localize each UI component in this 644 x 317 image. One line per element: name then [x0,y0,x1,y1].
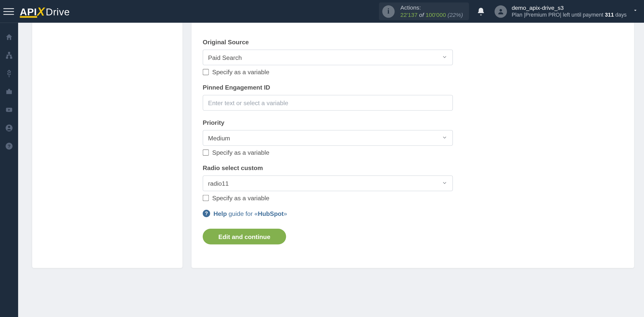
sidebar: ? [0,23,18,317]
user-menu[interactable]: demo_apix-drive_s3 Plan |Premium PRO| le… [494,4,639,18]
actions-counter[interactable]: i Actions: 22'137 of 100'000 (22%) [379,3,469,20]
logo-x-icon: X [37,5,45,19]
briefcase-icon[interactable] [5,87,14,96]
checkbox-priority-variable[interactable]: Specify as a variable [203,149,453,156]
select-priority[interactable]: Medium [203,130,453,146]
select-original-source[interactable]: Paid Search [203,50,453,65]
help-guide-link[interactable]: ? Help guide for «HubSpot» [203,210,453,217]
label-priority: Priority [203,119,453,126]
right-panel: Original Source Paid Search Specify as a… [191,23,634,268]
chevron-down-icon [442,134,448,141]
checkbox-original-source-variable[interactable]: Specify as a variable [203,68,453,75]
checkbox-input-radio[interactable] [203,195,209,201]
dollar-icon[interactable] [5,69,14,78]
checkbox-input-original-source[interactable] [203,69,209,75]
checkbox-radio-variable[interactable]: Specify as a variable [203,194,453,202]
edit-and-continue-button[interactable]: Edit and continue [203,229,286,244]
logo-drive: Drive [46,6,70,18]
chevron-down-icon [442,54,448,61]
help-icon[interactable]: ? [5,142,14,151]
youtube-icon[interactable] [5,105,14,114]
chevron-down-icon [442,180,448,187]
logo[interactable]: APIXDrive [20,5,70,18]
label-pinned: Pinned Engagement ID [203,84,453,91]
left-panel [32,23,182,268]
actions-label: Actions: [400,4,463,11]
home-icon[interactable] [5,33,14,42]
user-text: demo_apix-drive_s3 Plan |Premium PRO| le… [512,4,627,18]
actions-used: 22'137 [400,11,417,18]
plan-name: Premium PRO [525,12,560,18]
svg-point-0 [499,9,502,11]
field-priority: Priority Medium Specify as a variable [203,119,453,156]
actions-total: 100'000 [426,11,446,18]
svg-text:?: ? [8,144,11,149]
select-radio-custom[interactable]: radio11 [203,175,453,191]
checkbox-label-original-source: Specify as a variable [212,68,269,75]
help-bold: Help [213,210,227,217]
user-icon[interactable] [5,124,14,133]
checkbox-label-priority: Specify as a variable [212,149,269,156]
checkbox-label-radio: Specify as a variable [212,194,269,202]
question-circle-icon: ? [203,210,210,217]
actions-text: Actions: 22'137 of 100'000 (22%) [400,4,463,18]
checkbox-input-priority[interactable] [203,149,209,156]
content-area: Original Source Paid Search Specify as a… [18,23,644,317]
actions-of: of [419,11,424,18]
select-radio-value: radio11 [208,180,229,187]
label-original-source: Original Source [203,38,453,46]
info-icon: i [382,5,394,18]
select-original-source-value: Paid Search [208,54,242,61]
days-num: 311 [605,12,614,18]
bell-icon[interactable] [476,7,485,16]
top-header: APIXDrive i Actions: 22'137 of 100'000 (… [0,0,644,23]
form-area: Original Source Paid Search Specify as a… [203,38,453,245]
actions-pct: (22%) [448,11,463,18]
days-word: days [615,12,627,18]
help-rest: guide for « [227,210,258,217]
avatar-icon [494,5,507,18]
select-priority-value: Medium [208,134,230,141]
username: demo_apix-drive_s3 [512,4,627,12]
sitemap-icon[interactable] [5,51,14,60]
svg-point-2 [6,125,12,131]
field-radio-select-custom: Radio select custom radio11 Specify as a… [203,164,453,202]
help-product: HubSpot [258,210,284,217]
field-original-source: Original Source Paid Search Specify as a… [203,38,453,76]
input-pinned-engagement-id[interactable] [203,95,453,110]
label-radio: Radio select custom [203,164,453,171]
chevron-down-icon[interactable] [632,8,638,15]
plan-prefix: Plan | [512,12,525,18]
logo-api: API [20,7,37,18]
svg-point-3 [8,126,10,128]
field-pinned-engagement-id: Pinned Engagement ID [203,84,453,111]
plan-suffix: | left until payment [560,12,603,18]
input-pinned-field[interactable] [208,99,448,106]
help-close: » [284,210,287,217]
menu-icon[interactable] [3,6,14,17]
